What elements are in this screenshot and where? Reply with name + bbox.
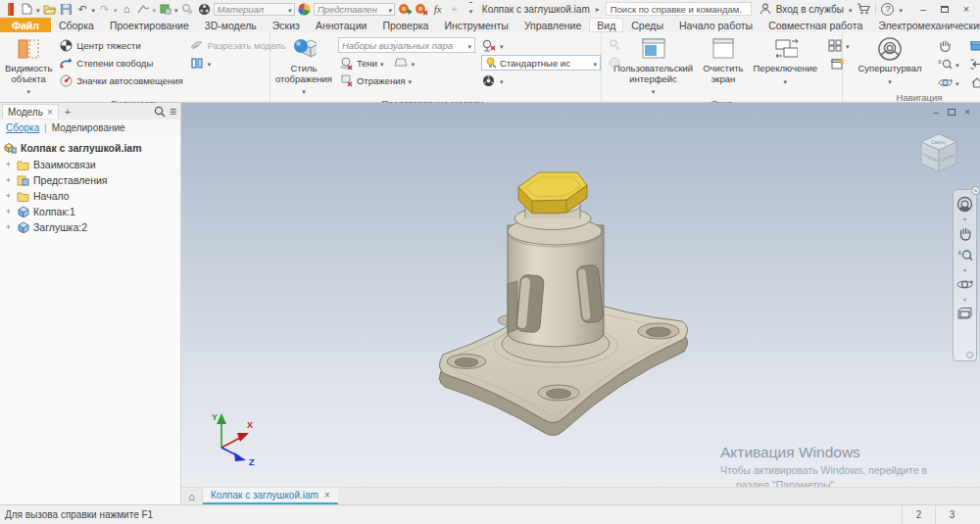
reflections-caret[interactable] [409,75,413,86]
browser-search-icon[interactable] [154,106,166,118]
sphere-env-icon[interactable] [607,55,622,71]
minimize-button[interactable]: – [912,1,934,17]
navbar-close-icon[interactable]: × [971,186,980,195]
look-at-button[interactable] [969,36,980,54]
steering-wheel-button[interactable]: Суперштурвал [853,34,927,91]
shadows-caret[interactable] [380,58,384,69]
doc-home-icon[interactable]: ⌂ [181,488,203,504]
home-view-small-button[interactable] [969,73,980,91]
document-tab-close-icon[interactable]: × [324,490,330,500]
tree-item-origin[interactable]: + Начало [4,188,180,204]
tab-tools[interactable]: Инструменты [436,18,515,32]
zoom-button[interactable]: ± [937,55,959,72]
expand-icon[interactable]: + [4,222,13,232]
navbar-steering-wheel-icon[interactable] [956,194,975,214]
navbar-lookat-icon[interactable] [956,304,975,323]
browser-tab-close-icon[interactable]: × [47,107,53,118]
return-caret[interactable] [153,3,157,15]
mode-modeling-link[interactable]: Моделирование [52,122,125,133]
navigation-bar[interactable]: × ± [953,189,977,361]
navbar-pan-icon[interactable] [956,223,975,243]
switch-windows-button[interactable]: Переключение [754,34,817,97]
graphics-viewport[interactable]: – × Сверху Спереди Справа × [181,103,980,487]
doc-close-button[interactable]: × [964,107,970,118]
sign-in-caret[interactable] [849,3,853,15]
tab-electromechanical[interactable]: Электромеханический проект [870,18,980,32]
qat-customize-caret[interactable] [464,2,478,16]
navbar-orbit-icon[interactable] [956,274,975,294]
orbit-button[interactable] [937,73,959,91]
doc-restore-button[interactable] [948,107,956,118]
browser-add-tab-button[interactable]: + [62,106,74,118]
sign-in-person-icon[interactable] [760,3,771,15]
color-wheel-icon[interactable] [297,2,312,16]
qat-add-icon[interactable]: + [447,2,462,16]
tree-item-part-zaglushka[interactable]: + Заглушка:2 [4,219,180,235]
redo-caret[interactable] [114,3,118,15]
parameters-button[interactable] [158,2,172,16]
center-of-gravity-button[interactable]: Центр тяжести [58,36,182,54]
help-caret[interactable] [899,3,903,15]
lights-dropdown[interactable]: Стандартные ис [481,55,601,71]
navbar-orbit-caret[interactable] [963,296,966,302]
new-file-caret[interactable] [36,3,40,15]
close-button[interactable]: × [956,1,977,17]
clean-screen-button[interactable]: Очистить экран [703,34,743,97]
help-icon[interactable]: ? [881,3,894,16]
expand-icon[interactable]: + [4,191,13,201]
webcam-icon[interactable] [481,72,497,88]
restore-button[interactable] [934,1,956,17]
tree-item-relationships[interactable]: + Взаимосвязи [4,157,180,172]
document-tab-active[interactable]: Колпак с заглушкой.iam × [203,488,338,504]
webcam-caret[interactable] [500,75,504,86]
tab-collaborate[interactable]: Совместная работа [760,18,870,32]
undo-button[interactable]: ↶ [75,2,90,16]
search-expand-caret[interactable]: ▸ [596,5,600,14]
ground-plane-icon[interactable] [393,55,409,71]
assembly-3d-model[interactable] [392,147,715,441]
perspective-camera-icon[interactable] [481,37,497,53]
browser-tab-model[interactable]: Модель × [2,104,59,119]
expand-icon[interactable]: + [4,175,13,185]
navbar-zoom-icon[interactable]: ± [956,245,975,264]
redo-button[interactable]: ↷ [97,2,112,16]
tab-get-started[interactable]: Начало работы [671,18,760,32]
home-view-button[interactable]: ⌂ [120,2,134,16]
tree-root-assembly[interactable]: Колпак с заглушкой.iam [4,140,180,156]
tab-annotate[interactable]: Аннотации [308,18,375,32]
visual-styles-dropdown[interactable]: Наборы визуальных пара [338,37,475,53]
tab-sketch[interactable]: Эскиз [265,18,308,32]
expand-icon[interactable]: + [4,207,13,216]
save-button[interactable] [59,2,74,16]
previous-view-button[interactable] [969,55,980,72]
pan-button[interactable] [937,36,953,54]
appearance-wheel-icon[interactable] [197,2,212,16]
browser-menu-icon[interactable]: ≡ [170,105,176,119]
tab-design[interactable]: Проектирование [102,18,197,32]
tree-item-representations[interactable]: + Представления [4,172,180,188]
tab-manage[interactable]: Управление [516,18,589,32]
expand-icon[interactable]: + [4,160,13,169]
viewcube[interactable]: Сверху Спереди Справа [911,128,966,183]
new-file-button[interactable] [20,2,34,16]
target-camera-icon[interactable] [607,37,622,53]
user-interface-button[interactable]: Пользовательский интерфейс [613,34,693,97]
update-button[interactable] [180,2,195,16]
parameters-caret[interactable] [174,3,178,15]
navbar-customize-icon[interactable] [966,352,973,358]
shadows-button[interactable]: Тени [357,58,377,69]
tab-inspect[interactable]: Проверка [374,18,436,32]
tab-3d-model[interactable]: 3D-модель [197,18,265,32]
sign-in-label[interactable]: Вход в службы [776,4,844,15]
ground-plane-caret[interactable] [412,58,416,69]
app-store-cart-icon[interactable] [857,3,870,15]
appearance-clear-icon[interactable] [414,2,428,16]
tab-assembly[interactable]: Сборка [51,18,102,32]
undo-caret[interactable] [92,3,96,15]
autosnap-icons-button[interactable]: Значки автосовмещения [58,71,182,89]
tab-view[interactable]: Вид [589,18,623,32]
tree-item-part-kolpak[interactable]: + Колпак:1 [4,204,180,219]
navbar-zoom-caret[interactable] [963,266,966,272]
material-dropdown[interactable]: Материал [214,3,295,16]
doc-minimize-button[interactable]: – [934,107,940,118]
